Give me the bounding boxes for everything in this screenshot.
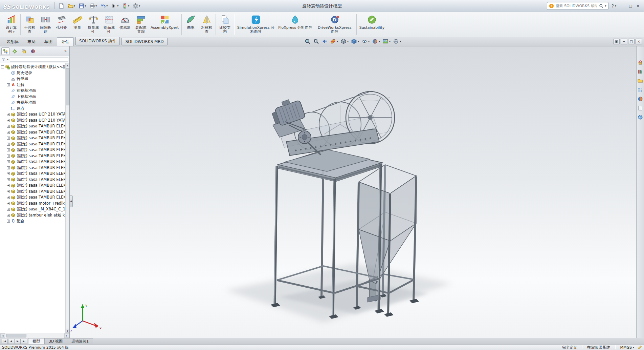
ribbon-button-sensor[interactable]: 传感器 bbox=[117, 13, 133, 36]
tree-item[interactable]: 右视基准面 bbox=[0, 100, 65, 106]
tree-item[interactable]: 上视基准面 bbox=[0, 94, 65, 100]
tree-item[interactable]: +(固定) tambur elek at戴 ka bbox=[0, 212, 65, 219]
tree-item[interactable]: +(固定) sasa TAMBUR ELEK bbox=[0, 194, 65, 201]
edit-appearance-button[interactable]: ▾ bbox=[372, 38, 380, 44]
select-button[interactable]: ▾ bbox=[110, 2, 120, 10]
last-tab-button[interactable]: ▶| bbox=[21, 339, 27, 344]
tree-item[interactable]: +(固定) sasa UCP 210 YATA bbox=[0, 111, 65, 118]
expand-icon[interactable]: + bbox=[7, 160, 10, 163]
expand-icon[interactable]: + bbox=[7, 214, 10, 217]
tree-item[interactable]: +(固定) sasa TAMBUR ELEK bbox=[0, 165, 65, 171]
tree-item[interactable]: +(固定) sasa _M_X84C_C_16 bbox=[0, 206, 65, 212]
tree-root[interactable]: −旋转震动筛设计模型 (默认<<默 bbox=[0, 64, 65, 70]
tab-solidworks-addins[interactable]: SOLIDWORKS 插件 bbox=[75, 37, 120, 45]
tree-item[interactable]: +(固定) sasa TAMBUR ELEK bbox=[0, 153, 65, 159]
expand-icon[interactable]: + bbox=[7, 125, 10, 128]
expand-icon[interactable]: + bbox=[7, 184, 10, 187]
expand-icon[interactable]: + bbox=[7, 202, 10, 205]
quick-tips-icon[interactable] bbox=[638, 345, 642, 350]
scrollbar-thumb[interactable] bbox=[66, 68, 69, 105]
expand-icon[interactable]: + bbox=[7, 190, 10, 193]
expand-icon[interactable]: + bbox=[7, 208, 10, 211]
expand-icon[interactable]: + bbox=[7, 83, 10, 86]
expand-icon[interactable]: + bbox=[7, 143, 10, 146]
doc-tab-2[interactable]: 运动算例1 bbox=[67, 338, 93, 344]
custom-properties-button[interactable] bbox=[637, 105, 643, 111]
search-box[interactable]: ? 搜索 SOLIDWORKS 帮助 ▾ bbox=[547, 2, 608, 10]
minimize-document-button[interactable]: − bbox=[621, 39, 627, 44]
tree-item[interactable]: +(固定) sasa TAMBUR ELEK bbox=[0, 171, 65, 177]
display-style-button[interactable]: ▾ bbox=[351, 38, 359, 44]
configuration-manager-tab-button[interactable] bbox=[20, 47, 28, 55]
minimize-button[interactable]: − bbox=[620, 3, 626, 9]
tree-horizontal-scrollbar[interactable]: ◀ ▶ bbox=[0, 333, 69, 338]
ribbon-button-simulationxpress[interactable]: SimulationXpress 分析向导 bbox=[235, 13, 276, 36]
tab-layout[interactable]: 布局 bbox=[23, 37, 40, 46]
tab-evaluate[interactable]: 评估 bbox=[57, 37, 74, 46]
expand-icon[interactable]: + bbox=[7, 131, 10, 134]
expand-icon[interactable]: + bbox=[7, 119, 10, 122]
expand-icon[interactable]: + bbox=[7, 220, 10, 223]
tree-item[interactable]: +A注解 bbox=[0, 82, 65, 88]
expand-icon[interactable]: + bbox=[7, 196, 10, 199]
expand-icon[interactable]: + bbox=[7, 166, 10, 169]
forum-button[interactable] bbox=[637, 114, 643, 120]
tree-item[interactable]: +(固定) sasa UCP 210 YATA bbox=[0, 118, 65, 124]
view-orientation-button[interactable]: ▾ bbox=[340, 38, 349, 44]
units-selector[interactable]: MMGS ▾ bbox=[620, 345, 634, 350]
ribbon-button-assembly-visualization[interactable]: 装配体直观 bbox=[133, 13, 149, 36]
help-button[interactable]: ? ▾ bbox=[612, 4, 616, 8]
caret-down-icon[interactable]: ▾ bbox=[605, 4, 606, 7]
panel-splitter-handle[interactable]: ◀ bbox=[70, 195, 73, 207]
hide-show-items-button[interactable]: ▾ bbox=[361, 38, 370, 44]
property-manager-tab-button[interactable] bbox=[10, 47, 19, 55]
tree-item[interactable]: +(固定) sasa TAMBUR ELEK bbox=[0, 189, 65, 195]
tree-item[interactable]: +(固定) sasa TAMBUR ELEK bbox=[0, 183, 65, 189]
previous-view-button[interactable] bbox=[321, 38, 328, 44]
caret-down-icon[interactable]: ▾ bbox=[7, 58, 8, 61]
tree-item[interactable]: 传感器 bbox=[0, 76, 65, 82]
tree-item[interactable]: 原点 bbox=[0, 106, 65, 112]
view-settings-button[interactable]: ▾ bbox=[393, 38, 401, 44]
graphics-area[interactable]: y x z ◀ bbox=[70, 46, 636, 338]
expand-icon[interactable]: + bbox=[7, 172, 10, 175]
ribbon-button-measure[interactable]: 测量 bbox=[69, 13, 85, 36]
tab-assembly[interactable]: 装配体 bbox=[2, 37, 23, 46]
open-button[interactable]: ▾ bbox=[66, 2, 76, 10]
restore-document-button[interactable]: ▣ bbox=[613, 39, 620, 44]
ribbon-button-driveworksxpress[interactable]: DDriveWorksXpress 向导 bbox=[314, 13, 355, 36]
more-tabs-button[interactable]: » bbox=[63, 49, 68, 54]
doc-tab-0[interactable]: 模型 bbox=[28, 338, 44, 344]
tree-item[interactable]: +(固定) sasa motor +redikt bbox=[0, 201, 65, 207]
scroll-left-icon[interactable]: ◀ bbox=[0, 333, 5, 338]
solidworks-resources-button[interactable] bbox=[637, 59, 643, 65]
scroll-up-icon[interactable]: ▲ bbox=[66, 63, 69, 67]
apply-scene-button[interactable]: ▾ bbox=[382, 38, 391, 44]
ribbon-button-assemblyxpert[interactable]: AssemblyXpert bbox=[149, 13, 180, 36]
tab-solidworks-mbd[interactable]: SOLIDWORKS MBD bbox=[121, 38, 167, 45]
zoom-area-button[interactable] bbox=[313, 38, 319, 44]
scrollbar-thumb[interactable] bbox=[6, 334, 26, 337]
search-icon[interactable] bbox=[599, 4, 603, 8]
expand-icon[interactable]: + bbox=[7, 155, 10, 158]
expand-icon[interactable]: + bbox=[7, 113, 10, 116]
ribbon-button-section-properties[interactable]: 剖面属性 bbox=[101, 13, 117, 36]
tree-item[interactable]: +(固定) sasa TAMBUR ELEK bbox=[0, 177, 65, 183]
view-palette-button[interactable] bbox=[637, 87, 643, 93]
tree-item[interactable]: +(固定) sasa TAMBUR ELEK bbox=[0, 123, 65, 129]
ribbon-button-interference-check[interactable]: 干涉检查 bbox=[22, 13, 38, 36]
file-explorer-button[interactable] bbox=[637, 78, 643, 84]
options-button[interactable]: ▾ bbox=[131, 2, 141, 10]
maximize-document-button[interactable]: □ bbox=[628, 39, 635, 44]
ribbon-button-hole-alignment[interactable]: 孔对齐 bbox=[53, 13, 69, 36]
maximize-button[interactable]: □ bbox=[627, 3, 634, 9]
appearances-button[interactable] bbox=[637, 96, 643, 102]
design-library-button[interactable] bbox=[637, 68, 643, 75]
ribbon-button-symmetry-check[interactable]: 对称检查 bbox=[199, 13, 215, 36]
ribbon-button-sustainability[interactable]: Sustainability bbox=[358, 13, 386, 36]
feature-tree-filter[interactable]: ▾ bbox=[0, 56, 69, 63]
print-button[interactable]: ▾ bbox=[88, 2, 98, 10]
ribbon-button-design-study[interactable]: 设计算例 ▾ bbox=[3, 13, 19, 36]
expand-icon[interactable]: + bbox=[7, 178, 10, 181]
ribbon-button-mass-properties[interactable]: 质量属性 bbox=[85, 13, 101, 36]
